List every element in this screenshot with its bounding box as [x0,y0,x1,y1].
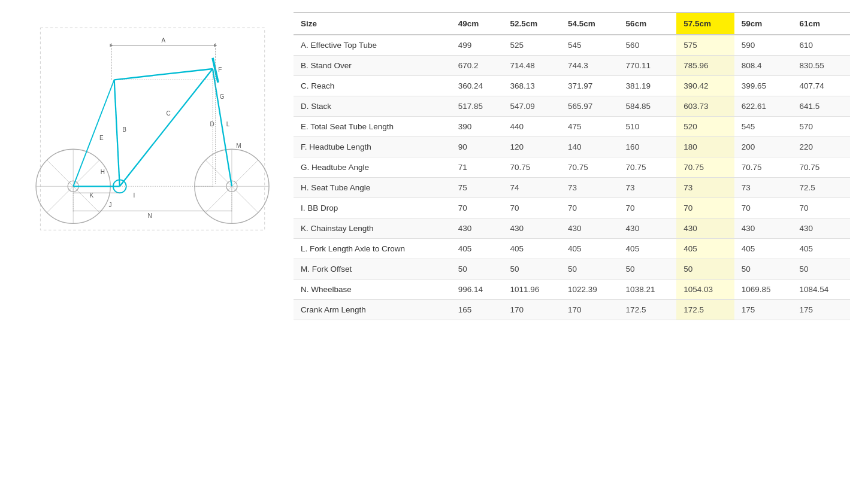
table-row: B. Stand Over670.2714.48744.3770.11785.9… [294,56,850,76]
row-value: 71 [451,157,503,178]
row-label: N. Wheelbase [294,280,451,300]
row-value: 73 [561,178,619,198]
row-label: F. Headtube Length [294,137,451,157]
row-value: 70 [619,198,677,218]
row-value: 170 [561,300,619,320]
row-value: 641.5 [792,96,850,117]
row-value: 430 [734,218,793,239]
row-value: 520 [676,117,734,137]
row-value: 430 [676,218,734,239]
row-value: 510 [619,117,677,137]
col-header-54.5cm: 54.5cm [561,13,619,35]
col-header-61cm: 61cm [792,13,850,35]
row-value: 770.11 [619,56,677,76]
row-value: 744.3 [561,56,619,76]
row-value: 1069.85 [734,280,793,300]
row-value: 570 [792,117,850,137]
table-row: K. Chainstay Length430430430430430430430 [294,218,850,239]
row-value: 200 [734,137,793,157]
row-value: 430 [619,218,677,239]
row-value: 405 [451,239,503,259]
row-value: 70.75 [561,157,619,178]
row-value: 584.85 [619,96,677,117]
row-value: 499 [451,35,503,56]
row-value: 50 [792,259,850,280]
row-label: C. Reach [294,76,451,96]
row-label: Crank Arm Length [294,300,451,320]
row-value: 50 [503,259,561,280]
row-value: 50 [451,259,503,280]
table-row: H. Seat Tube Angle75747373737372.5 [294,178,850,198]
row-value: 390 [451,117,503,137]
specs-table-panel: Size49cm52.5cm54.5cm56cm57.5cm59cm61cm A… [288,12,856,320]
row-value: 399.65 [734,76,793,96]
row-value: 475 [561,117,619,137]
row-value: 180 [676,137,734,157]
row-value: 430 [503,218,561,239]
row-label: G. Headtube Angle [294,157,451,178]
col-header-59cm: 59cm [734,13,793,35]
row-value: 440 [503,117,561,137]
svg-line-13 [114,69,213,80]
table-row: M. Fork Offset50505050505050 [294,259,850,280]
table-row: L. Fork Length Axle to Crown405405405405… [294,239,850,259]
row-value: 545 [734,117,793,137]
svg-text:L: L [226,121,230,127]
row-label: M. Fork Offset [294,259,451,280]
svg-rect-0 [40,28,264,230]
row-value: 70.75 [619,157,677,178]
table-row: E. Total Seat Tube Length390440475510520… [294,117,850,137]
row-value: 808.4 [734,56,793,76]
svg-text:J: J [109,202,112,208]
row-value: 1054.03 [676,280,734,300]
row-value: 547.09 [503,96,561,117]
svg-text:N: N [147,212,152,219]
row-value: 785.96 [676,56,734,76]
col-header-49cm: 49cm [451,13,503,35]
row-value: 525 [503,35,561,56]
geometry-table: Size49cm52.5cm54.5cm56cm57.5cm59cm61cm A… [294,12,850,320]
row-label: I. BB Drop [294,198,451,218]
row-value: 405 [503,239,561,259]
row-value: 430 [561,218,619,239]
row-value: 390.42 [676,76,734,96]
row-value: 405 [792,239,850,259]
svg-text:E: E [99,135,104,141]
row-value: 590 [734,35,793,56]
svg-text:D: D [210,121,214,127]
svg-text:C: C [166,110,170,117]
svg-text:H: H [101,169,105,175]
col-header-52.5cm: 52.5cm [503,13,561,35]
row-label: H. Seat Tube Angle [294,178,451,198]
row-value: 50 [561,259,619,280]
row-value: 70.75 [503,157,561,178]
row-value: 73 [619,178,677,198]
row-value: 70.75 [734,157,793,178]
row-value: 175 [734,300,793,320]
row-label: B. Stand Over [294,56,451,76]
row-value: 170 [503,300,561,320]
row-value: 140 [561,137,619,157]
row-value: 165 [451,300,503,320]
row-value: 70 [503,198,561,218]
row-label: L. Fork Length Axle to Crown [294,239,451,259]
svg-text:M: M [236,142,241,149]
diagram-panel: A C D B E F G H I K L M [12,12,288,251]
row-value: 220 [792,137,850,157]
row-value: 830.55 [792,56,850,76]
row-value: 368.13 [503,76,561,96]
col-header-56cm: 56cm [619,13,677,35]
row-value: 517.85 [451,96,503,117]
row-value: 172.5 [619,300,677,320]
row-value: 545 [561,35,619,56]
row-value: 405 [561,239,619,259]
col-header-57.5cm: 57.5cm [676,13,734,35]
svg-text:G: G [220,93,225,100]
row-value: 73 [734,178,793,198]
row-value: 610 [792,35,850,56]
svg-line-17 [73,80,114,186]
row-value: 120 [503,137,561,157]
row-value: 1011.96 [503,280,561,300]
row-value: 560 [619,35,677,56]
row-value: 70 [734,198,793,218]
